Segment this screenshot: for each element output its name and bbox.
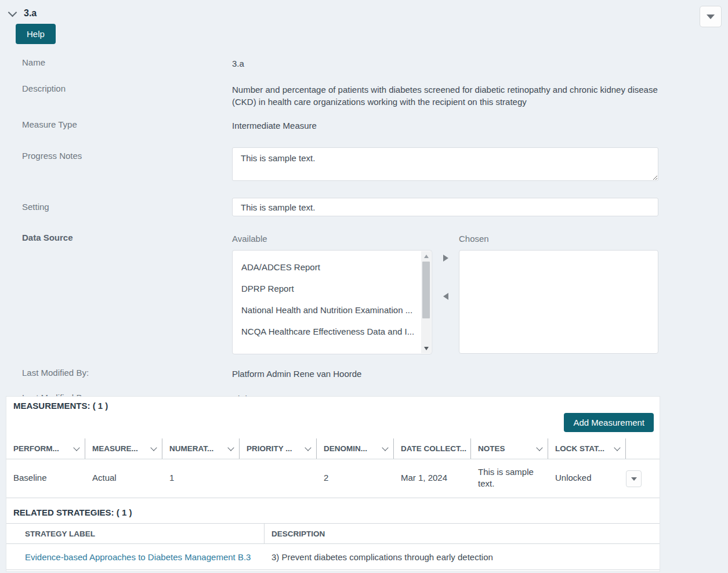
- progress-notes-label: Progress Notes: [0, 147, 232, 161]
- column-header-numerator[interactable]: NUMERAT...: [162, 438, 240, 459]
- section-header: 3.a: [0, 0, 728, 19]
- measure-form: Name 3.a Description Number and percenta…: [0, 57, 728, 405]
- related-strategies-table: STRATEGY LABEL DESCRIPTION Evidence-base…: [6, 523, 660, 570]
- chevron-down-icon[interactable]: [73, 444, 79, 451]
- available-option[interactable]: National Health and Nutrition Examinatio…: [233, 299, 432, 321]
- related-strategies-heading: RELATED STRATEGIES: ( 1 ): [6, 498, 660, 523]
- triangle-left-icon: [443, 293, 448, 300]
- setting-label: Setting: [0, 198, 232, 212]
- measurement-row: Baseline Actual 1 2 Mar 1, 2024 This is …: [6, 459, 660, 498]
- strategy-link[interactable]: Evidence-based Approaches to Diabetes Ma…: [25, 552, 251, 562]
- move-to-chosen-button[interactable]: [440, 252, 451, 264]
- available-option[interactable]: DPRP Report: [233, 278, 432, 299]
- page-title: 3.a: [24, 8, 37, 19]
- data-source-label: Data Source: [0, 233, 232, 242]
- scroll-down-button[interactable]: [421, 343, 431, 353]
- chevron-down-icon[interactable]: [150, 444, 157, 451]
- column-header-measure[interactable]: MEASURE...: [85, 438, 162, 459]
- last-modified-by-name-value: Platform Admin Rene van Hoorde: [232, 368, 658, 380]
- column-header-strategy-label: STRATEGY LABEL: [6, 524, 265, 543]
- name-label: Name: [0, 57, 232, 67]
- measure-type-label: Measure Type: [0, 119, 232, 129]
- column-header-priority[interactable]: PRIORITY ...: [240, 438, 317, 459]
- add-measurement-button[interactable]: Add Measurement: [564, 413, 654, 432]
- measure-detail-page: 3.a Help Name 3.a Description Number and…: [0, 0, 728, 573]
- cell-denominator: 2: [317, 459, 394, 498]
- help-button[interactable]: Help: [16, 24, 56, 44]
- cell-priority: [240, 459, 317, 498]
- column-header-description: DESCRIPTION: [265, 524, 660, 543]
- column-header-performance[interactable]: PERFORM...: [6, 438, 85, 459]
- column-header-denominator[interactable]: DENOMIN...: [317, 438, 394, 459]
- triangle-right-icon: [443, 255, 448, 262]
- available-label: Available: [232, 233, 432, 245]
- measurements-heading: MEASUREMENTS: ( 1 ): [6, 397, 660, 411]
- column-header-notes[interactable]: NOTES: [471, 438, 548, 459]
- column-header-date-collected[interactable]: DATE COLLECT...: [394, 438, 471, 459]
- chevron-down-icon[interactable]: [536, 444, 542, 451]
- chevron-down-icon[interactable]: [227, 444, 234, 451]
- cell-numerator: 1: [162, 459, 240, 498]
- measure-type-value: Intermediate Measure: [232, 119, 658, 132]
- move-to-available-button[interactable]: [440, 290, 451, 303]
- name-value: 3.a: [232, 57, 658, 70]
- caret-down-icon: [631, 477, 637, 481]
- scroll-up-button[interactable]: [421, 251, 431, 261]
- related-strategy-row: Evidence-based Approaches to Diabetes Ma…: [6, 544, 660, 570]
- column-header-actions: [626, 438, 658, 459]
- collapse-chevron-icon[interactable]: [8, 8, 17, 17]
- description-value: Number and percentage of patients with d…: [232, 84, 658, 108]
- progress-notes-textarea[interactable]: This is sample text.: [232, 147, 658, 181]
- caret-down-icon: [707, 14, 715, 19]
- cell-date-collected: Mar 1, 2024: [394, 459, 471, 498]
- setting-input[interactable]: [232, 198, 658, 216]
- chevron-down-icon[interactable]: [305, 444, 311, 451]
- description-label: Description: [0, 84, 232, 93]
- last-modified-by-name-label: Last Modified By:: [0, 368, 232, 378]
- listbox-scrollbar[interactable]: [421, 251, 431, 353]
- section-menu-button[interactable]: [700, 6, 722, 27]
- chosen-label: Chosen: [459, 233, 658, 245]
- related-strategies-table-header: STRATEGY LABEL DESCRIPTION: [6, 523, 660, 544]
- measurements-panel: MEASUREMENTS: ( 1 ) Add Measurement PERF…: [6, 396, 660, 572]
- cell-strategy-description: 3) Prevent diabetes complications throug…: [265, 544, 660, 570]
- chosen-listbox[interactable]: [459, 250, 658, 354]
- measurements-table-header: PERFORM... MEASURE... NUMERAT... PRIORIT…: [6, 438, 660, 459]
- data-source-dual-listbox: Available ADA/ADCES Report DPRP Report N…: [232, 233, 658, 354]
- cell-notes: This is sample text.: [471, 459, 548, 498]
- available-option[interactable]: ADA/ADCES Report: [233, 256, 432, 278]
- triangle-down-icon: [424, 347, 429, 350]
- available-option[interactable]: NCQA Healthcare Effectiveness Data and I…: [233, 321, 432, 342]
- chevron-down-icon[interactable]: [614, 444, 620, 451]
- row-menu-button[interactable]: [626, 470, 642, 487]
- cell-lock-status: Unlocked: [548, 459, 626, 498]
- cell-performance: Baseline: [6, 459, 85, 498]
- chevron-down-icon[interactable]: [382, 444, 388, 451]
- scrollbar-thumb[interactable]: [422, 262, 430, 318]
- available-listbox[interactable]: ADA/ADCES Report DPRP Report National He…: [232, 250, 432, 354]
- triangle-up-icon: [424, 255, 429, 258]
- cell-measure: Actual: [85, 459, 162, 498]
- measurements-table: PERFORM... MEASURE... NUMERAT... PRIORIT…: [6, 438, 660, 498]
- column-header-lock-status[interactable]: LOCK STAT...: [548, 438, 626, 459]
